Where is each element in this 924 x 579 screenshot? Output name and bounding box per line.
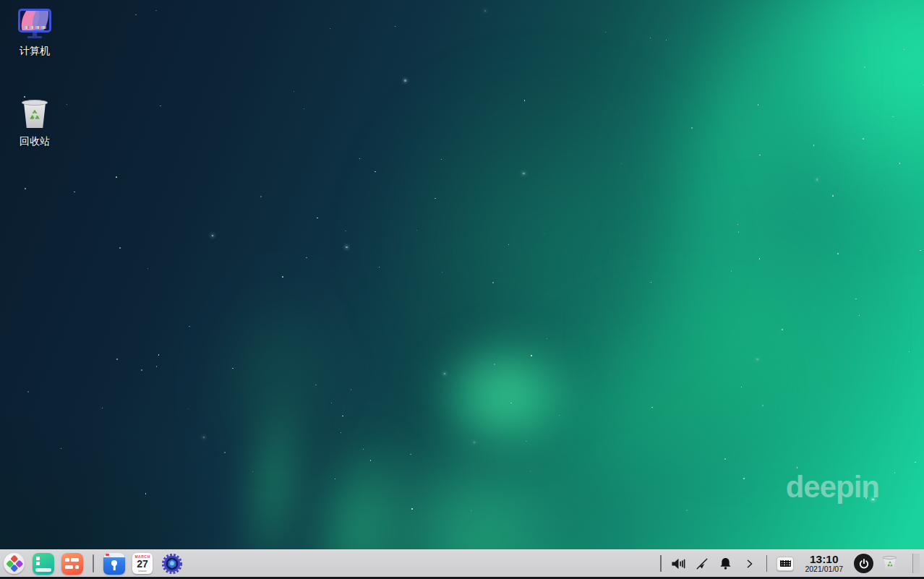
dock-separator (93, 554, 94, 572)
dock: MARCH 27 (0, 549, 924, 579)
calendar-icon-day: 27 (132, 559, 153, 570)
control-center-gear-icon (161, 553, 183, 575)
notification-bell-icon[interactable] (719, 557, 733, 571)
dock-item-multitasking-view[interactable] (33, 553, 54, 575)
clock-time: 13:10 (805, 554, 843, 565)
file-manager-icon (103, 553, 125, 575)
recycle-symbol-icon (886, 561, 894, 567)
tray-expand-chevron-icon[interactable] (743, 557, 757, 571)
aurora-blob (432, 338, 577, 454)
show-desktop-button[interactable] (912, 554, 920, 573)
recycle-bin-icon (20, 100, 49, 129)
system-tray: 13:10 2021/01/07 (660, 554, 924, 573)
recycle-bin-icon-label: 回收站 (0, 135, 69, 148)
tray-trash-icon[interactable] (883, 556, 897, 572)
desktop-icon-computer[interactable]: 计算机 (0, 9, 69, 58)
recycle-symbol-icon (28, 109, 41, 121)
computer-icon-label: 计算机 (0, 45, 69, 58)
volume-icon[interactable] (671, 557, 685, 571)
dock-apps: MARCH 27 (0, 553, 183, 575)
calendar-icon: MARCH 27 (132, 553, 153, 574)
dock-item-file-manager[interactable] (103, 553, 125, 575)
tray-divider (660, 555, 662, 572)
onscreen-keyboard-icon[interactable] (777, 557, 794, 571)
dock-item-calendar[interactable]: MARCH 27 (132, 553, 154, 575)
app-grid-icon (61, 553, 83, 575)
multitasking-view-icon (33, 553, 54, 575)
computer-icon (17, 9, 52, 38)
deepin-watermark: deepin (786, 470, 879, 505)
dock-item-control-center[interactable] (161, 553, 183, 575)
power-button[interactable] (854, 554, 873, 573)
dock-item-launcher[interactable] (4, 553, 25, 575)
power-icon (858, 558, 870, 570)
desktop-screen: deepin 计算机 回收站 (0, 0, 924, 579)
desktop-icon-recycle-bin[interactable]: 回收站 (0, 100, 69, 148)
launcher-icon (4, 553, 25, 574)
wallpaper: deepin (0, 0, 924, 579)
pen-icon[interactable] (695, 557, 709, 571)
clock-date: 2021/01/07 (805, 565, 843, 573)
aurora-blob (209, 280, 347, 473)
tray-divider (766, 555, 768, 572)
clock-widget[interactable]: 13:10 2021/01/07 (803, 554, 844, 573)
dock-item-app-grid[interactable] (61, 553, 83, 575)
